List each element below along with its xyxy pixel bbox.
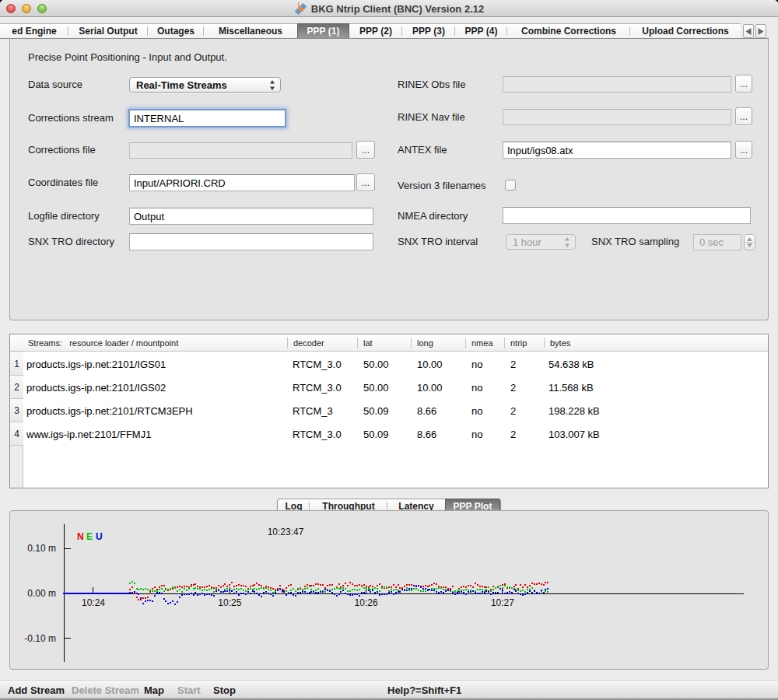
stream-row-4[interactable]: www.igs-ip.net:2101/FFMJ1RTCM_3.050.098.… <box>24 422 768 446</box>
column-header-ntrip[interactable]: ntrip <box>504 334 544 352</box>
cell-decoder: RTCM_3.0 <box>293 376 342 399</box>
bnc-satellite-icon <box>294 2 307 16</box>
tab-ed-engine[interactable]: ed Engine <box>0 23 68 39</box>
coordinates-file-browse-button[interactable]: ... <box>356 173 375 191</box>
snx-tro-sampling-spinbox: 0 sec <box>693 234 755 250</box>
menu-stop[interactable]: Stop <box>213 681 236 699</box>
cell-mountpoint: www.igs-ip.net:2101/FFMJ1 <box>26 422 151 446</box>
antex-file-input[interactable] <box>503 142 731 159</box>
tab-label: Combine Corrections <box>521 26 616 37</box>
y-tick-label: -0.10 m <box>24 633 56 644</box>
tab-combine-corrections[interactable]: Combine Corrections <box>507 23 630 39</box>
snx-tro-interval-value: 1 hour <box>513 236 541 248</box>
titlebar: BKG Ntrip Client (BNC) Version 2.12 <box>0 0 778 17</box>
left-arrow-icon <box>745 28 752 35</box>
legend-U: U <box>96 531 103 542</box>
rinex-obs-file-browse-button[interactable]: ... <box>735 75 752 93</box>
cell-lat: 50.00 <box>363 376 389 399</box>
cell-nmea: no <box>471 399 482 422</box>
coordinates-file-input[interactable] <box>129 174 355 191</box>
row-number[interactable]: 3 <box>10 399 23 422</box>
y-tick-label: 0.00 m <box>27 588 56 599</box>
tab-miscellaneous[interactable]: Miscellaneous <box>204 23 297 39</box>
menu-help-shift-f1[interactable]: Help?=Shift+F1 <box>387 681 461 699</box>
spinner-up-icon <box>747 237 752 241</box>
cell-bytes: 198.228 kB <box>548 399 600 422</box>
x-tick-label: 10:26 <box>355 597 378 608</box>
ppp-plot: 0.10 m0.00 m-0.10 m10:2410:2510:2610:271… <box>10 511 768 669</box>
tab-ppp-4-[interactable]: PPP (4) <box>455 23 507 39</box>
tab-scroll-right-button[interactable] <box>755 24 766 38</box>
column-header-streams[interactable]: Streams: resource loader / mountpoint <box>10 334 287 352</box>
menu-map[interactable]: Map <box>144 681 164 699</box>
tab-upload-corrections[interactable]: Upload Corrections <box>630 23 741 39</box>
cell-lat: 50.09 <box>363 399 389 422</box>
data-source-value: Real-Time Streams <box>136 79 227 91</box>
version3-filenames-label: Version 3 filenames <box>398 180 485 191</box>
row-number[interactable]: 1 <box>10 352 23 376</box>
column-header-nmea[interactable]: nmea <box>465 334 504 352</box>
corrections-stream-input[interactable] <box>129 110 286 127</box>
cell-ntrip: 2 <box>510 399 516 422</box>
cell-long: 8.66 <box>417 422 436 446</box>
menu-add-stream[interactable]: Add Stream <box>8 681 65 699</box>
legend-N: N <box>77 531 84 542</box>
tab-ppp-2-[interactable]: PPP (2) <box>349 23 402 39</box>
tab-ppp-1-[interactable]: PPP (1) <box>297 23 349 39</box>
cell-ntrip: 2 <box>510 352 516 376</box>
cell-mountpoint: products.igs-ip.net:2101/IGS01 <box>26 352 166 376</box>
rinex-nav-file-input <box>503 109 731 125</box>
column-header-long[interactable]: long <box>411 334 465 352</box>
tab-scroll-left-button[interactable] <box>743 24 754 38</box>
column-header-label: lat <box>363 338 373 348</box>
x-tick-label: 10:24 <box>82 597 105 608</box>
coordinates-file-label: Coordinates file <box>28 177 98 188</box>
row-number[interactable]: 4 <box>10 422 23 446</box>
column-header-label: long <box>417 338 433 348</box>
data-source-combobox[interactable]: Real-Time Streams <box>129 77 281 93</box>
cell-long: 10.00 <box>417 352 443 376</box>
column-header-label: Streams: resource loader / mountpoint <box>28 338 178 348</box>
column-header-label: nmea <box>471 338 493 348</box>
main-tabbar: ed EngineSerial OutputOutagesMiscellaneo… <box>0 23 741 39</box>
version3-filenames-checkbox[interactable] <box>505 180 516 191</box>
tab-outages[interactable]: Outages <box>148 23 204 39</box>
cell-decoder: RTCM_3.0 <box>293 352 342 376</box>
stream-row-3[interactable]: products.igs-ip.net:2101/RTCM3EPHRTCM_35… <box>24 399 768 422</box>
spinner-down-icon <box>747 243 752 247</box>
tab-label: Upload Corrections <box>642 26 728 37</box>
tab-serial-output[interactable]: Serial Output <box>68 23 148 39</box>
column-header-label: ntrip <box>510 338 527 348</box>
cell-long: 10.00 <box>417 376 443 399</box>
cell-lat: 50.00 <box>363 352 389 376</box>
cell-ntrip: 2 <box>510 376 516 399</box>
tab-ppp-3-[interactable]: PPP (3) <box>402 23 455 39</box>
corrections-file-browse-button[interactable]: ... <box>356 141 375 159</box>
bnc-window: BKG Ntrip Client (BNC) Version 2.12 ed E… <box>0 0 778 700</box>
snx-tro-sampling-label: SNX TRO sampling <box>591 236 679 247</box>
menu-start: Start <box>177 681 201 699</box>
x-tick-label: 10:25 <box>218 597 241 608</box>
row-number[interactable]: 2 <box>10 376 23 399</box>
cell-long: 8.66 <box>417 399 436 422</box>
cell-nmea: no <box>471 352 482 376</box>
antex-file-browse-button[interactable]: ... <box>735 141 752 159</box>
data-source-label: Data source <box>28 79 82 90</box>
column-header-bytes[interactable]: bytes <box>544 334 768 352</box>
cell-bytes: 103.007 kB <box>548 422 600 446</box>
snx-tro-directory-input[interactable] <box>129 233 373 250</box>
rinex-nav-file-browse-button[interactable]: ... <box>735 107 752 125</box>
column-header-decoder[interactable]: decoder <box>287 334 357 352</box>
nmea-directory-input[interactable] <box>503 207 751 224</box>
logfile-directory-input[interactable] <box>129 208 373 225</box>
stream-row-1[interactable]: products.igs-ip.net:2101/IGS01RTCM_3.050… <box>24 352 768 376</box>
column-header-label: decoder <box>293 338 324 348</box>
ppp1-panel: Precise Point Positioning - Input and Ou… <box>9 38 769 320</box>
bottom-menubar: Add StreamDelete StreamMapStartStopHelp?… <box>0 680 778 700</box>
column-header-lat[interactable]: lat <box>357 334 411 352</box>
tab-label: PPP (3) <box>412 26 445 37</box>
corrections-file-label: Corrections file <box>28 144 96 156</box>
stream-row-2[interactable]: products.igs-ip.net:2101/IGS02RTCM_3.050… <box>24 376 768 399</box>
title-area: BKG Ntrip Client (BNC) Version 2.12 <box>0 0 778 17</box>
right-arrow-icon <box>758 28 764 35</box>
